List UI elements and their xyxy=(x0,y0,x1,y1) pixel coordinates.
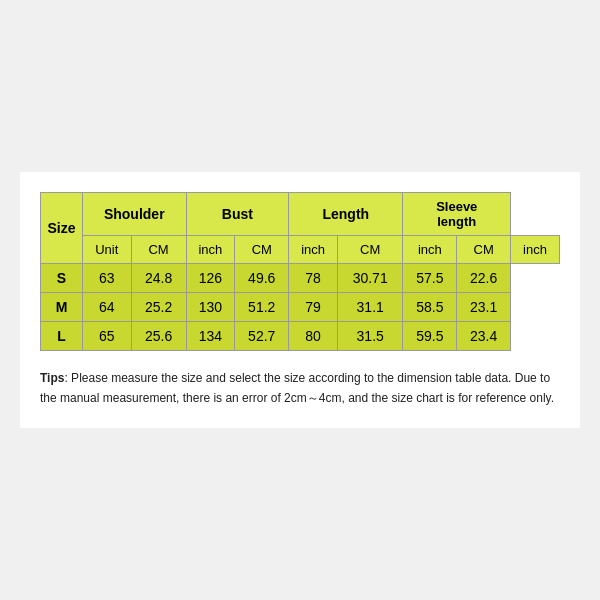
length-cm: CM xyxy=(337,236,402,264)
data-cell: 30.71 xyxy=(337,264,402,293)
data-cell: 31.1 xyxy=(337,293,402,322)
shoulder-header: Shoulder xyxy=(83,193,187,236)
data-cell: 51.2 xyxy=(235,293,289,322)
table-body: S6324.812649.67830.7157.522.6M6425.21305… xyxy=(41,264,560,351)
bust-header: Bust xyxy=(186,193,289,236)
data-cell: 126 xyxy=(186,264,235,293)
data-cell: 24.8 xyxy=(131,264,186,293)
data-cell: 64 xyxy=(83,293,132,322)
unit-cell: Unit xyxy=(83,236,132,264)
data-cell: 63 xyxy=(83,264,132,293)
table-row: L6525.613452.78031.559.523.4 xyxy=(41,322,560,351)
data-cell: 65 xyxy=(83,322,132,351)
data-cell: 80 xyxy=(289,322,338,351)
main-container: Size Shoulder Bust Length Sleevelength U… xyxy=(20,172,580,427)
data-cell: 49.6 xyxy=(235,264,289,293)
data-cell: 79 xyxy=(289,293,338,322)
data-cell: 130 xyxy=(186,293,235,322)
data-cell: 22.6 xyxy=(457,264,511,293)
sleeve-cm: CM xyxy=(457,236,511,264)
size-table: Size Shoulder Bust Length Sleevelength U… xyxy=(40,192,560,351)
bust-cm: CM xyxy=(235,236,289,264)
size-cell: L xyxy=(41,322,83,351)
sleeve-inch: inch xyxy=(511,236,560,264)
table-row: M6425.213051.27931.158.523.1 xyxy=(41,293,560,322)
data-cell: 23.1 xyxy=(457,293,511,322)
data-cell: 25.2 xyxy=(131,293,186,322)
table-row: S6324.812649.67830.7157.522.6 xyxy=(41,264,560,293)
data-cell: 31.5 xyxy=(337,322,402,351)
length-inch: inch xyxy=(403,236,457,264)
tips-section: Tips: Please measure the size and select… xyxy=(40,369,560,407)
data-cell: 134 xyxy=(186,322,235,351)
shoulder-cm: CM xyxy=(131,236,186,264)
tips-label: Tips xyxy=(40,371,64,385)
data-cell: 25.6 xyxy=(131,322,186,351)
length-header: Length xyxy=(289,193,403,236)
data-cell: 59.5 xyxy=(403,322,457,351)
size-cell: M xyxy=(41,293,83,322)
data-cell: 52.7 xyxy=(235,322,289,351)
data-cell: 23.4 xyxy=(457,322,511,351)
bust-inch: inch xyxy=(289,236,338,264)
shoulder-inch: inch xyxy=(186,236,235,264)
tips-text: : Please measure the size and select the… xyxy=(40,371,554,404)
sleeve-length-header: Sleevelength xyxy=(403,193,511,236)
size-cell: S xyxy=(41,264,83,293)
data-cell: 58.5 xyxy=(403,293,457,322)
data-cell: 57.5 xyxy=(403,264,457,293)
size-header: Size xyxy=(41,193,83,264)
data-cell: 78 xyxy=(289,264,338,293)
